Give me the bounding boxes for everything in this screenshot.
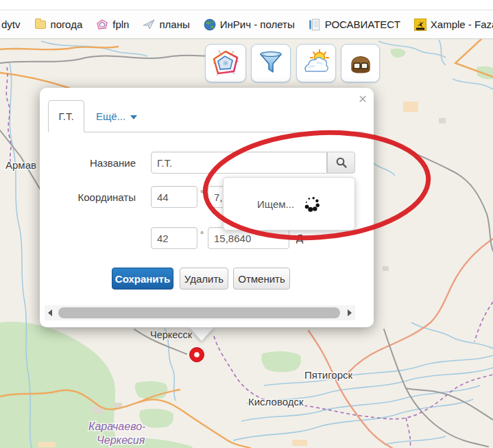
search-results-popup: Ищем... [223, 177, 355, 231]
horizontal-scrollbar[interactable] [45, 305, 355, 320]
dialog-pointer [189, 327, 215, 341]
searching-status: Ищем... [257, 198, 294, 210]
filter-funnel-icon [257, 49, 285, 77]
longitude-suffix-label: Д [296, 232, 303, 244]
bookmark-label: ИнРич - полеты [220, 19, 295, 30]
polygon-icon [96, 19, 108, 31]
bookmark-fpln[interactable]: fpln [96, 19, 129, 31]
name-input[interactable] [151, 152, 327, 174]
map-label-pyatigorsk: Пятигорск [304, 369, 352, 381]
lon-degree-symbol: ° [200, 229, 204, 239]
tab-more-label: Ещё... [96, 110, 125, 122]
tab-divider [48, 132, 364, 132]
name-label: Название [53, 157, 136, 169]
lon-degrees-input[interactable] [151, 227, 197, 249]
pilot-helmet-button[interactable] [341, 44, 380, 82]
bookmark-label: fpln [112, 19, 129, 30]
bookmark-xample[interactable]: Xample - Faza [414, 19, 493, 31]
delete-button[interactable]: Удалить [180, 268, 228, 290]
lat-degrees-input[interactable] [151, 186, 197, 208]
folder-icon [34, 19, 47, 31]
bookmark-label: РОСАВИАТЕСТ [325, 19, 400, 30]
search-button[interactable] [327, 152, 355, 174]
bookmark-inrich[interactable]: ИнРич - полеты [204, 19, 295, 31]
browser-chrome-strip [0, 0, 493, 10]
loading-spinner-icon [303, 195, 321, 213]
bookmark-label: планы [159, 19, 189, 30]
scrollbar-thumb[interactable] [58, 307, 340, 318]
services-icon [414, 19, 426, 31]
bookmarks-bar: dytv погода fpln планы [0, 10, 493, 39]
pilot-helmet-icon [347, 49, 374, 77]
scroll-right-icon[interactable] [348, 309, 352, 316]
bookmark-label: dytv [1, 19, 21, 30]
bookmark-rosaviatest[interactable]: РОСАВИАТЕСТ [309, 19, 400, 31]
cancel-button[interactable]: Отменить [233, 268, 290, 290]
app-window: Армав Черкесск Пятигорск Кисловодск Кара… [0, 0, 493, 448]
search-icon [335, 156, 348, 169]
weather-icon [302, 49, 330, 78]
zone-polygon-icon [211, 49, 240, 78]
bookmark-label: погода [51, 19, 83, 30]
bookmark-dytv[interactable]: dytv [1, 19, 21, 30]
save-button[interactable]: Сохранить [112, 268, 173, 290]
zone-polygon-button[interactable] [205, 44, 246, 82]
lat-degree-symbol: ° [200, 188, 204, 198]
tab-more[interactable]: Ещё... [96, 110, 137, 122]
coordinates-label: Координаты [53, 191, 136, 203]
map-label-armavir: Армав [5, 159, 36, 171]
map-label-region-1: Карачаево- [88, 421, 145, 432]
bookmark-pogoda[interactable]: погода [34, 19, 83, 31]
scroll-left-icon[interactable] [48, 309, 52, 316]
weather-button[interactable] [296, 44, 336, 82]
map-label-cherkessk: Черкесск [150, 329, 193, 340]
close-button[interactable]: ✕ [355, 91, 370, 106]
document-icon [309, 19, 321, 31]
globe-icon [204, 19, 216, 31]
map-marker[interactable] [190, 348, 204, 362]
filter-button[interactable] [251, 44, 291, 82]
paper-plane-icon [143, 19, 155, 31]
caret-down-icon [130, 115, 137, 119]
bookmark-label: Xample - Faza [431, 19, 493, 30]
map-label-region-2: Черкесия [97, 434, 145, 446]
bookmark-plany[interactable]: планы [143, 19, 189, 31]
tab-gt[interactable]: Г.Т. [48, 100, 84, 132]
map-label-kislovodsk: Кисловодск [248, 396, 304, 408]
